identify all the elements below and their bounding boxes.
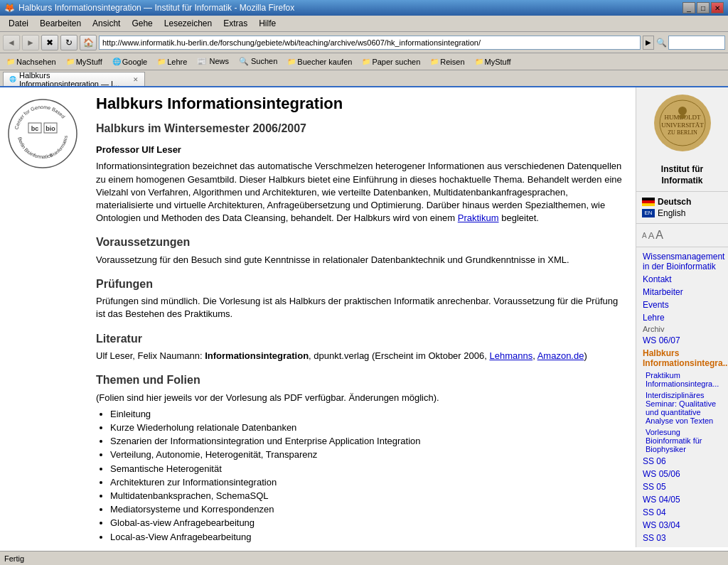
- menu-ansicht[interactable]: Ansicht: [87, 17, 126, 30]
- sidebar-link-3[interactable]: Events: [640, 298, 724, 311]
- divider-3: [636, 247, 728, 247]
- logo-svg: Center for Genome Based Berlin Bioinform…: [7, 98, 78, 169]
- minimize-button[interactable]: _: [682, 2, 695, 14]
- address-input[interactable]: [99, 36, 641, 50]
- browser-icon: 🦊: [4, 3, 15, 13]
- right-sidebar: HUMBOLDT UNIVERSITÄT ZU BERLIN Institut …: [636, 87, 728, 547]
- bookmark-lehre[interactable]: 📁 Lehre: [154, 57, 191, 67]
- bookmark-paper[interactable]: 📁 Paper suchen: [358, 57, 424, 67]
- bookmark-mystuff1[interactable]: 📁 MyStuff: [63, 57, 106, 67]
- tab-main[interactable]: 🌐 Halbkurs Informationsintegration — I..…: [3, 72, 145, 86]
- svg-point-14: [679, 114, 686, 119]
- font-size-section: A A A: [636, 227, 728, 244]
- address-bar: ▶: [99, 36, 654, 50]
- sidebar-category-5: Archiv: [640, 324, 724, 334]
- go-button[interactable]: ▶: [643, 36, 654, 50]
- status-text: Fertig: [4, 554, 24, 563]
- left-sidebar: Center for Genome Based Berlin Bioinform…: [0, 87, 85, 547]
- sidebar-link-2[interactable]: Mitarbeiter: [640, 286, 724, 298]
- title-bar: 🦊 Halbkurs Informationsintegration — Ins…: [0, 0, 728, 16]
- nav-bar: ◄ ► ✖ ↻ 🏠 ▶ 🔍: [0, 32, 728, 53]
- stop-button[interactable]: ✖: [41, 35, 58, 50]
- sidebar-link-4[interactable]: Lehre: [640, 311, 724, 324]
- list-item: Local-as-View Anfragebearbeitung: [110, 531, 625, 544]
- institute-name: Institut für Informatik: [636, 162, 728, 188]
- list-item: Szenarien der Informationsintegration un…: [110, 435, 625, 448]
- menu-lesezeichen[interactable]: Lesezeichen: [159, 17, 218, 30]
- svg-text:UNIVERSITÄT: UNIVERSITÄT: [661, 122, 704, 129]
- sidebar-link-18[interactable]: WS 02/03: [640, 544, 724, 547]
- list-item: Einleitung: [110, 408, 625, 421]
- reload-button[interactable]: ↻: [60, 35, 77, 50]
- sidebar-indent-link-8[interactable]: Praktikum Informationsintegra...: [640, 370, 724, 389]
- sidebar-link-14[interactable]: WS 04/05: [640, 493, 724, 506]
- sidebar-link-15[interactable]: SS 04: [640, 506, 724, 519]
- intro-text: Informationsintegration bezeichnet das a…: [96, 160, 625, 225]
- list-item: Semantische Heterogenität: [110, 463, 625, 475]
- bookmark-google[interactable]: 🌐 Google: [109, 57, 151, 67]
- tab-close-icon[interactable]: ✕: [133, 76, 139, 83]
- sidebar-link-6[interactable]: WS 06/07: [640, 334, 724, 347]
- menu-hilfe[interactable]: Hilfe: [253, 17, 282, 30]
- search-box: 🔍: [656, 36, 725, 50]
- tab-bar: 🌐 Halbkurs Informationsintegration — I..…: [0, 70, 728, 87]
- literatur-text: Ulf Leser, Felix Naumann: Informationsin…: [96, 350, 625, 362]
- bookmark-reisen[interactable]: 📁 Reisen: [427, 57, 468, 67]
- lang-de[interactable]: Deutsch: [642, 197, 722, 207]
- amazon-link[interactable]: Amazon.de: [537, 350, 584, 361]
- font-medium-button[interactable]: A: [648, 230, 655, 241]
- window-title: Halbkurs Informationsintegration — Insti…: [18, 3, 294, 13]
- pruefungen-text: Prüfungen sind mündlich. Die Vorlesung i…: [96, 295, 625, 321]
- sidebar-indent-link-9[interactable]: Interdisziplinäres Seminar: Qualitative …: [640, 389, 724, 426]
- bookmarks-bar: 📁 Nachsehen 📁 MyStuff 🌐 Google 📁 Lehre 📰…: [0, 53, 728, 70]
- menu-extras[interactable]: Extras: [218, 17, 253, 30]
- sidebar-indent-link-10[interactable]: Vorlesung Bioinformatik für Biophysiker: [640, 426, 724, 455]
- sidebar-link-16[interactable]: WS 03/04: [640, 519, 724, 532]
- sidebar-link-11[interactable]: SS 06: [640, 455, 724, 468]
- lang-section: Deutsch EN English: [636, 195, 728, 220]
- tab-label: Halbkurs Informationsintegration — I...: [19, 72, 127, 86]
- semester-title: Halbkurs im Wintersemester 2006/2007: [96, 121, 625, 136]
- sidebar-link-17[interactable]: SS 03: [640, 532, 724, 544]
- bookmark-news[interactable]: 📰 News: [193, 56, 232, 67]
- sidebar-logo: HUMBOLDT UNIVERSITÄT ZU BERLIN: [636, 91, 728, 158]
- menu-datei[interactable]: Datei: [3, 17, 34, 30]
- list-item: Multidatenbanksprachen, SchemaSQL: [110, 490, 625, 502]
- main-content: Halbkurs Informationsintegration Halbkur…: [85, 87, 636, 547]
- back-button[interactable]: ◄: [3, 35, 20, 50]
- sidebar-link-13[interactable]: SS 05: [640, 480, 724, 493]
- svg-point-13: [678, 107, 687, 115]
- font-small-button[interactable]: A: [642, 232, 647, 240]
- pruefungen-heading: Prüfungen: [96, 276, 625, 292]
- sidebar-link-0[interactable]: Wissensmanagement in der Bioinformatik: [640, 250, 724, 273]
- close-button[interactable]: ✕: [711, 2, 724, 14]
- menu-bearbeiten[interactable]: Bearbeiten: [34, 17, 87, 30]
- list-item: Verteilung, Autonomie, Heterogenität, Tr…: [110, 448, 625, 461]
- menu-gehe[interactable]: Gehe: [126, 17, 158, 30]
- search-input[interactable]: [668, 36, 725, 50]
- forward-button[interactable]: ►: [22, 35, 39, 50]
- bookmark-nachsehen[interactable]: 📁 Nachsehen: [3, 57, 60, 67]
- bookmark-buecher[interactable]: 📁 Buecher kaufen: [284, 57, 355, 67]
- sidebar-link-12[interactable]: WS 05/06: [640, 468, 724, 480]
- bookmark-suchen[interactable]: 🔍 Suchen: [235, 56, 281, 67]
- voraussetzungen-text: Voraussetzung für den Besuch sind gute K…: [96, 254, 625, 267]
- lang-en[interactable]: EN English: [642, 208, 722, 218]
- maximize-button[interactable]: □: [697, 2, 710, 14]
- themen-heading: Themen und Folien: [96, 372, 625, 388]
- font-large-button[interactable]: A: [655, 229, 663, 242]
- list-item: Anfrageplanung und "Answering Queries us…: [110, 544, 625, 547]
- lehmanns-link[interactable]: Lehmanns: [489, 350, 532, 361]
- list-item: Global-as-view Anfragebearbeitung: [110, 517, 625, 529]
- praktikum-link[interactable]: Praktikum: [458, 212, 499, 223]
- lang-de-label: Deutsch: [658, 197, 691, 207]
- lang-en-label: English: [658, 208, 685, 218]
- literatur-heading: Literatur: [96, 331, 625, 347]
- divider-2: [636, 223, 728, 224]
- sidebar-link-1[interactable]: Kontakt: [640, 273, 724, 286]
- search-icon: 🔍: [656, 38, 667, 48]
- home-button[interactable]: 🏠: [80, 35, 97, 50]
- svg-text:ZU BERLIN: ZU BERLIN: [668, 129, 697, 136]
- bookmark-mystuff2[interactable]: 📁 MyStuff: [471, 57, 515, 67]
- page-title: Halbkurs Informationsintegration: [96, 93, 625, 115]
